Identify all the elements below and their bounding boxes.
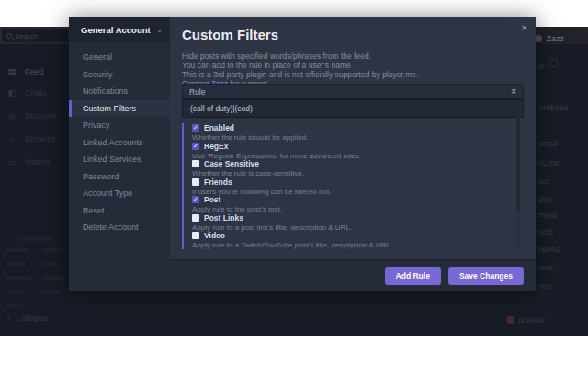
checkbox-checked-icon[interactable]: ✓ (192, 124, 199, 132)
settings-nav-custom-filters[interactable]: Custom Filters (69, 100, 170, 118)
screenshot-stage: Zazz ▤Feed◧Chats◎Discover∿Streams▭Videos… (0, 0, 588, 368)
option-case-sensitive: Case SensitiveWhether the rule is case-s… (192, 159, 514, 178)
description-line: This is a 3rd party plugin and is not of… (182, 70, 418, 79)
option-friends: FriendsIf users you're following can be … (192, 178, 514, 196)
option-label: Video (204, 231, 225, 240)
option-label: RegEx (204, 142, 228, 151)
settings-nav-account-type[interactable]: Account Type (69, 185, 170, 202)
checkbox-unchecked-icon[interactable] (192, 160, 199, 167)
option-label: Case Sensitive (204, 159, 259, 168)
checkbox-checked-icon[interactable]: ✓ (192, 196, 199, 203)
option-video: VideoApply rule to a Twitch/YouTube post… (192, 231, 514, 249)
settings-modal: General Account ⌄ GeneralSecurityNotific… (69, 17, 536, 291)
checkbox-checked-icon[interactable]: ✓ (192, 143, 199, 150)
settings-nav-linked-accounts[interactable]: Linked Accounts (69, 134, 170, 152)
option-label: Post (204, 195, 220, 204)
description-text: Hide posts with specified words/phrases … (182, 52, 418, 88)
settings-nav-delete-account[interactable]: Delete Account (69, 219, 170, 236)
checkbox-unchecked-icon[interactable] (192, 214, 199, 222)
add-rule-button[interactable]: Add Rule (385, 267, 441, 285)
description-line: Hide posts with specified words/phrases … (182, 52, 418, 61)
option-checkbox-row[interactable]: Case Sensitive (192, 159, 514, 168)
option-checkbox-row[interactable]: Post Links (192, 213, 514, 223)
rule-input[interactable] (182, 99, 524, 118)
page-title: Custom Filters (182, 27, 278, 42)
modal-footer: Add Rule Save Changes (170, 259, 536, 291)
description-line: You can add to the rule in place of a us… (182, 61, 418, 70)
settings-nav-list: GeneralSecurityNotificationsCustom Filte… (69, 49, 170, 236)
option-checkbox-row[interactable]: ✓RegEx (192, 142, 514, 151)
scrollbar-track[interactable] (516, 100, 520, 252)
option-checkbox-row[interactable]: ✓Post (192, 195, 514, 204)
settings-sidebar: General Account ⌄ GeneralSecurityNotific… (69, 17, 170, 291)
rule-label: Rule (189, 87, 511, 97)
option-checkbox-row[interactable]: Friends (192, 178, 514, 187)
settings-nav-password[interactable]: Password (69, 168, 170, 186)
settings-nav-general[interactable]: General (69, 49, 170, 66)
chevron-down-icon: ⌄ (156, 26, 163, 34)
close-icon[interactable]: × (522, 23, 527, 33)
settings-nav-privacy[interactable]: Privacy (69, 117, 170, 134)
checkbox-unchecked-icon[interactable] (192, 178, 199, 186)
settings-nav-linked-services[interactable]: Linked Services (69, 151, 170, 168)
option-enabled: ✓EnabledWhether the rule should be appli… (192, 123, 514, 142)
remove-rule-icon[interactable]: × (511, 86, 516, 97)
option-post-links: Post LinksApply rule to a post link's ti… (192, 213, 514, 232)
save-changes-button[interactable]: Save Changes (448, 267, 524, 285)
option-post: ✓PostApply rule to the post's text. (192, 195, 514, 213)
checkbox-unchecked-icon[interactable] (192, 232, 199, 239)
account-section-header[interactable]: General Account ⌄ (69, 17, 170, 42)
scrollbar-thumb[interactable] (516, 102, 520, 211)
account-section-title: General Account (81, 25, 156, 35)
settings-nav-reset[interactable]: Reset (69, 202, 170, 220)
rule-header: Rule × (182, 84, 524, 99)
option-label: Post Links (204, 213, 243, 223)
option-checkbox-row[interactable]: Video (192, 231, 514, 240)
settings-nav-notifications[interactable]: Notifications (69, 83, 170, 100)
option-checkbox-row[interactable]: ✓Enabled (192, 123, 514, 132)
settings-nav-security[interactable]: Security (69, 66, 170, 84)
option-label: Friends (204, 178, 232, 187)
option-description: Apply rule to a Twitch/YouTube post's ti… (192, 241, 514, 249)
rule-options-list: ✓EnabledWhether the rule should be appli… (182, 123, 514, 249)
option-regex: ✓RegExUse 'Regular Expressions' for more… (192, 142, 514, 160)
option-label: Enabled (204, 123, 234, 132)
settings-content: × Custom Filters Hide posts with specifi… (170, 17, 536, 291)
